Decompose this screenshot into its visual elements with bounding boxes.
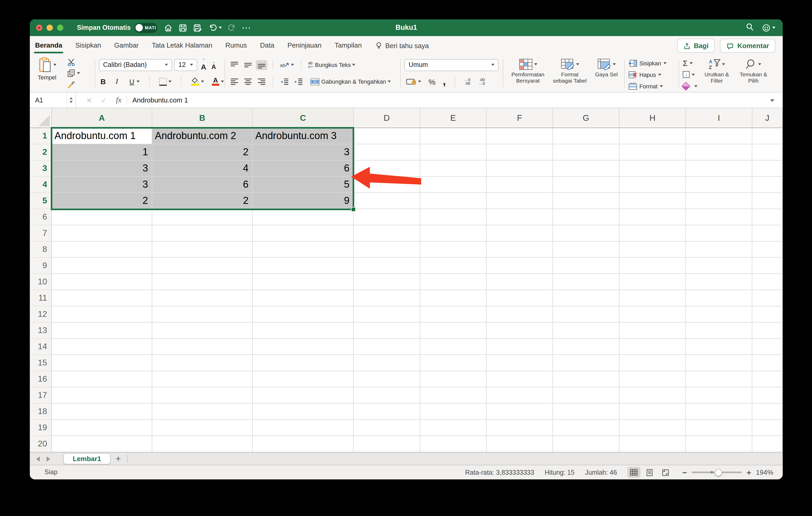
sheet-prev-icon[interactable] — [36, 456, 40, 462]
copy-button[interactable] — [65, 68, 82, 79]
cell-A20[interactable] — [52, 436, 152, 452]
cell-B2[interactable]: 2 — [152, 144, 253, 160]
cell-E4[interactable] — [420, 177, 487, 193]
cell-J2[interactable] — [752, 144, 783, 160]
tell-me-button[interactable]: Beri tahu saya — [375, 41, 429, 50]
cell-I16[interactable] — [686, 371, 752, 387]
cell-I3[interactable] — [686, 160, 752, 177]
share-button[interactable]: Bagi — [677, 39, 715, 53]
cell-J3[interactable] — [752, 160, 783, 177]
cell-F11[interactable] — [487, 290, 553, 306]
cell-H15[interactable] — [619, 355, 686, 371]
cell-E2[interactable] — [420, 144, 487, 160]
cell-E18[interactable] — [420, 403, 487, 420]
confirm-entry-icon[interactable]: ✓ — [101, 96, 107, 104]
cell-G15[interactable] — [553, 355, 619, 371]
row-header-3[interactable]: 3 — [30, 160, 52, 177]
align-middle-button[interactable] — [242, 60, 254, 70]
cell-H16[interactable] — [619, 371, 686, 387]
copy-chevron-icon[interactable] — [77, 72, 80, 74]
cell-G8[interactable] — [553, 242, 619, 258]
cell-D17[interactable] — [354, 387, 420, 403]
cell-F19[interactable] — [487, 420, 553, 436]
cell-G16[interactable] — [553, 371, 619, 387]
cell-E17[interactable] — [420, 387, 487, 403]
align-top-button[interactable] — [229, 60, 240, 70]
cell-D3[interactable] — [354, 160, 420, 177]
cell-H4[interactable] — [619, 177, 686, 193]
italic-button[interactable]: I — [114, 76, 122, 87]
tab-beranda[interactable]: Beranda — [35, 36, 62, 55]
cell-J12[interactable] — [752, 306, 783, 323]
cell-D5[interactable] — [354, 193, 420, 209]
row-header-13[interactable]: 13 — [30, 323, 52, 339]
cell-F12[interactable] — [487, 306, 553, 323]
cell-G4[interactable] — [553, 177, 619, 193]
cell-C18[interactable] — [253, 403, 354, 420]
cell-A1[interactable]: Androbuntu.com 1 — [52, 128, 152, 144]
cell-B4[interactable]: 6 — [152, 177, 253, 193]
cell-D20[interactable] — [354, 436, 420, 452]
cell-B1[interactable]: Androbuntu.com 2 — [152, 128, 253, 144]
cell-G13[interactable] — [553, 323, 619, 339]
column-header-G[interactable]: G — [553, 108, 619, 127]
percent-style-button[interactable]: % — [427, 76, 437, 87]
cell-E12[interactable] — [420, 306, 487, 323]
decrease-font-button[interactable]: ⌃A — [210, 59, 218, 71]
cell-I12[interactable] — [686, 306, 752, 323]
increase-decimal-button[interactable]: ←0.00 — [463, 77, 472, 87]
row-header-16[interactable]: 16 — [30, 371, 52, 387]
cell-D12[interactable] — [354, 306, 420, 323]
cell-H10[interactable] — [619, 274, 686, 290]
row-header-8[interactable]: 8 — [30, 242, 52, 258]
cell-F6[interactable] — [487, 209, 553, 225]
cell-J10[interactable] — [752, 274, 783, 290]
cell-C10[interactable] — [253, 274, 354, 290]
cell-J13[interactable] — [752, 323, 783, 339]
cell-D18[interactable] — [354, 403, 420, 420]
cell-C5[interactable]: 9 — [253, 193, 354, 209]
bold-button[interactable]: B — [99, 76, 109, 87]
find-select-button[interactable]: Temukan &Pilih — [736, 55, 771, 88]
cell-C12[interactable] — [253, 306, 354, 323]
cell-I9[interactable] — [686, 258, 752, 274]
font-name-select[interactable]: Calibri (Badan) — [99, 59, 172, 71]
cell-B10[interactable] — [152, 274, 253, 290]
cut-button[interactable] — [65, 57, 82, 67]
cell-C4[interactable]: 5 — [253, 177, 354, 193]
cell-I11[interactable] — [686, 290, 752, 306]
underline-button[interactable]: U — [127, 77, 141, 87]
cell-C1[interactable]: Androbuntu.com 3 — [253, 128, 354, 144]
comment-button[interactable]: Komentar — [720, 39, 775, 53]
row-header-15[interactable]: 15 — [30, 355, 52, 371]
decrease-indent-button[interactable] — [278, 77, 290, 87]
cell-E11[interactable] — [420, 290, 487, 306]
cell-D19[interactable] — [354, 420, 420, 436]
cell-H17[interactable] — [619, 387, 686, 403]
column-header-C[interactable]: C — [253, 108, 354, 127]
cell-I5[interactable] — [686, 193, 752, 209]
fx-icon[interactable]: fx — [116, 96, 121, 104]
cell-B18[interactable] — [152, 403, 253, 420]
cell-E1[interactable] — [420, 128, 487, 144]
cell-D13[interactable] — [354, 323, 420, 339]
row-header-10[interactable]: 10 — [30, 274, 52, 290]
row-header-11[interactable]: 11 — [30, 290, 52, 306]
column-header-H[interactable]: H — [619, 108, 686, 127]
cell-C2[interactable]: 3 — [253, 144, 354, 160]
cell-E16[interactable] — [420, 371, 487, 387]
row-header-12[interactable]: 12 — [30, 306, 52, 323]
cell-F8[interactable] — [487, 242, 553, 258]
tab-data[interactable]: Data — [260, 36, 274, 55]
cell-B12[interactable] — [152, 306, 253, 323]
cell-B13[interactable] — [152, 323, 253, 339]
tab-tampilan[interactable]: Tampilan — [335, 36, 362, 55]
cell-A19[interactable] — [52, 420, 152, 436]
column-header-I[interactable]: I — [686, 108, 752, 127]
cell-C7[interactable] — [253, 225, 354, 242]
cell-J9[interactable] — [752, 258, 783, 274]
fill-button[interactable]: ↓ — [683, 69, 695, 80]
insert-cells-button[interactable]: Sisipkan — [628, 58, 666, 68]
cell-G3[interactable] — [553, 160, 619, 177]
column-header-D[interactable]: D — [354, 108, 420, 127]
